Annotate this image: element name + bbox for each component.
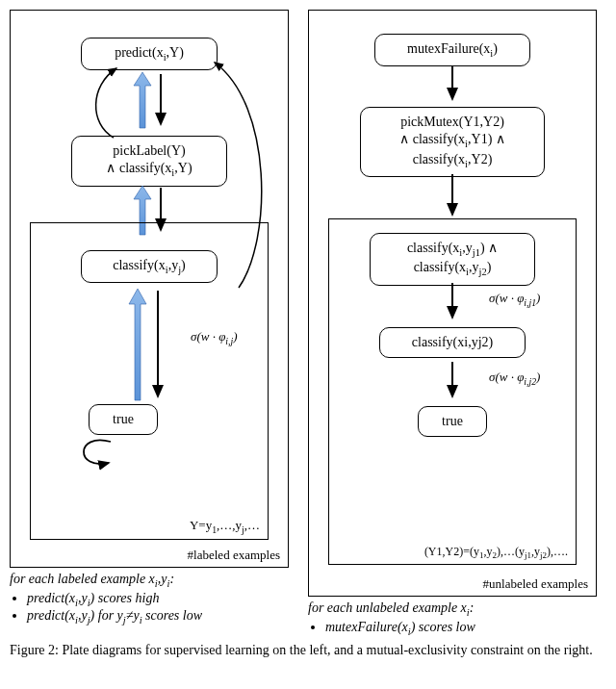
right-inner-plate: classify(xi,yj1) ∧classify(xi,yj2) σ(w ·… bbox=[328, 218, 577, 565]
right-arrow-4-5 bbox=[433, 358, 472, 404]
left-bullet-1: predict(xi,yi) scores high bbox=[27, 591, 289, 608]
left-node-classify: classify(xi,yj) bbox=[81, 250, 218, 283]
left-outer-label: #labeled examples bbox=[188, 548, 280, 563]
right-node-classify-pair: classify(xi,yj1) ∧classify(xi,yj2) bbox=[370, 233, 535, 286]
left-inner-plate: classify(xi,yj) σ(w · φi,j) true Y=y1,…,… bbox=[30, 222, 269, 540]
right-outer-plate: mutexFailure(xi) pickMutex(Y1,Y2)∧ class… bbox=[308, 10, 597, 597]
left-column: predict(xi,Y) pickLabel(Y)∧ classify(xi,… bbox=[10, 10, 289, 625]
right-bullet-1: mutexFailure(xi) scores low bbox=[325, 620, 597, 637]
diagram-container: predict(xi,Y) pickLabel(Y)∧ classify(xi,… bbox=[10, 10, 606, 637]
left-bullet-2: predict(xi,yj) for yj≠yi scores low bbox=[27, 608, 289, 625]
right-inner-label: (Y1,Y2)=(y1,y2),…(yj1,yj2),…. bbox=[424, 545, 568, 560]
right-arrow-2-3 bbox=[433, 170, 472, 222]
right-column: mutexFailure(xi) pickMutex(Y1,Y2)∧ class… bbox=[308, 10, 597, 637]
right-arrow-1-2 bbox=[433, 63, 472, 107]
right-node-classify-j2: classify(xi,yj2) bbox=[379, 327, 526, 358]
left-desc-head: for each labeled example xi,yi: bbox=[10, 572, 174, 586]
right-desc: for each unlabeled example xi: mutexFail… bbox=[308, 600, 597, 637]
right-edge-label-2: σ(w · φi,j2) bbox=[489, 370, 540, 387]
figure-caption: Figure 2: Plate diagrams for supervised … bbox=[10, 643, 606, 658]
left-inner-label: Y=y1,…,yj,… bbox=[190, 518, 260, 535]
left-outer-plate: predict(xi,Y) pickLabel(Y)∧ classify(xi,… bbox=[10, 10, 289, 568]
right-desc-head: for each unlabeled example xi: bbox=[308, 600, 474, 615]
right-outer-label: #unlabeled examples bbox=[483, 576, 588, 592]
left-node-true: true bbox=[89, 404, 158, 435]
left-desc: for each labeled example xi,yi: predict(… bbox=[10, 572, 289, 625]
left-edge-label-sigma: σ(w · φi,j) bbox=[191, 329, 238, 346]
right-arrow-3-4 bbox=[433, 279, 472, 325]
right-edge-label-1: σ(w · φi,j1) bbox=[489, 291, 540, 308]
right-node-true: true bbox=[418, 406, 487, 437]
right-node-pickmutex: pickMutex(Y1,Y2)∧ classify(xi,Y1) ∧class… bbox=[360, 107, 545, 177]
